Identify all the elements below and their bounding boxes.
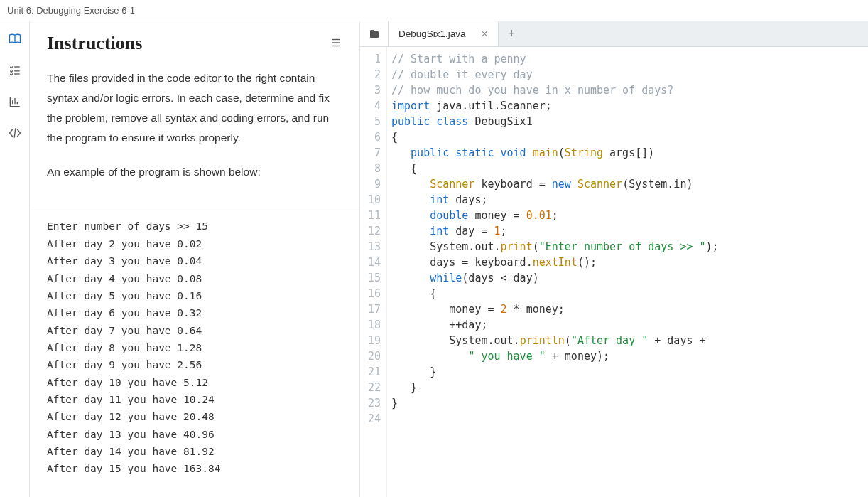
code-icon[interactable] [7, 125, 23, 141]
tab-debugsix1[interactable]: DebugSix1.java × [389, 21, 499, 46]
sidebar [0, 21, 30, 497]
instructions-body: The files provided in the code editor to… [30, 61, 359, 210]
code-editor[interactable]: 123456789101112131415161718192021222324 … [360, 47, 868, 497]
instructions-para1: The files provided in the code editor to… [47, 68, 342, 148]
titlebar: Unit 6: Debugging Exercise 6-1 [0, 0, 868, 21]
page-title: Unit 6: Debugging Exercise 6-1 [7, 5, 135, 16]
add-tab-button[interactable]: + [499, 21, 524, 46]
instructions-heading: Instructions [47, 33, 142, 54]
instructions-header: Instructions [30, 21, 359, 61]
code-lines[interactable]: // Start with a penny// double it every … [387, 47, 868, 497]
main-layout: Instructions The files provided in the c… [0, 21, 868, 497]
checklist-icon[interactable] [7, 63, 23, 78]
close-icon[interactable]: × [482, 28, 488, 40]
file-browser-icon[interactable] [360, 21, 389, 46]
tab-label: DebugSix1.java [398, 28, 466, 39]
sample-output: Enter number of days >> 15 After day 2 y… [30, 210, 359, 484]
instructions-para2: An example of the program is shown below… [47, 162, 342, 182]
instructions-panel: Instructions The files provided in the c… [30, 21, 360, 497]
tabbar: DebugSix1.java × + [360, 21, 868, 47]
menu-icon[interactable] [330, 36, 342, 51]
book-icon[interactable] [7, 31, 23, 47]
line-gutter: 123456789101112131415161718192021222324 [360, 47, 387, 497]
chart-icon[interactable] [7, 94, 23, 109]
editor-panel: DebugSix1.java × + 123456789101112131415… [360, 21, 868, 497]
